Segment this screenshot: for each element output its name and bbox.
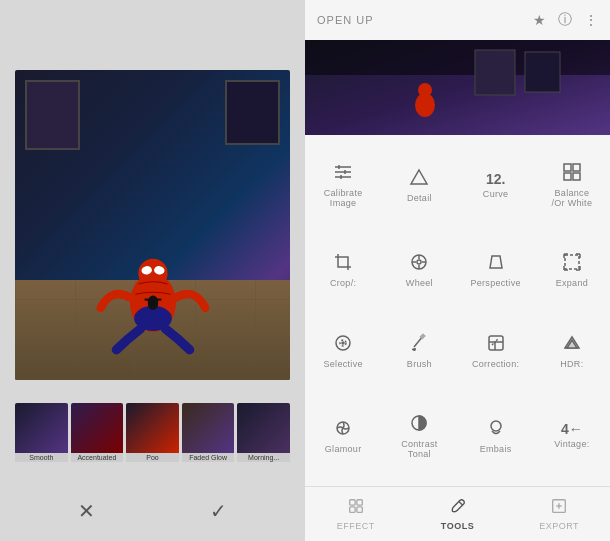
expand-label: Expand (556, 278, 588, 288)
left-panel: Smooth Accentuated Poo Faded Glow Mornin… (0, 0, 305, 541)
filmstrip: Smooth Accentuated Poo Faded Glow Mornin… (15, 403, 290, 468)
svg-rect-45 (489, 336, 503, 350)
filmstrip-item-accentuated[interactable]: Accentuated (71, 403, 124, 468)
svg-rect-8 (305, 40, 610, 75)
correction-icon (486, 333, 506, 356)
curve-icon: 12. (486, 172, 505, 186)
svg-point-5 (147, 295, 157, 310)
wifi-icon[interactable]: ★ (533, 12, 546, 28)
embais-icon (486, 418, 506, 441)
filmstrip-label-accentuated: Accentuated (71, 453, 124, 462)
info-icon[interactable]: ⓘ (558, 11, 572, 29)
filmstrip-label-morning: Morning... (237, 453, 290, 462)
crop-label: Crop/: (330, 278, 356, 288)
hdr-label: HDR: (560, 359, 583, 369)
balance-icon (562, 162, 582, 185)
tools-nav-label: TOOLS (441, 521, 474, 531)
svg-rect-10 (525, 52, 560, 92)
vintage-icon: 4← (561, 422, 583, 436)
correction-label: Correction: (472, 359, 519, 369)
brush-label: Brush (407, 359, 432, 369)
svg-rect-20 (564, 164, 571, 171)
filmstrip-label-faded: Faded Glow (182, 453, 235, 462)
filmstrip-item-poo[interactable]: Poo (126, 403, 179, 468)
hdr-icon (562, 333, 582, 356)
tool-contrast[interactable]: ContrastTonal (381, 391, 457, 481)
crop-icon (333, 252, 353, 275)
embais-label: Embais (480, 444, 512, 454)
svg-rect-54 (350, 500, 355, 505)
header-title: OPEN UP (317, 14, 374, 26)
calibrate-icon (333, 162, 353, 185)
menu-icon[interactable]: ⋮ (584, 12, 598, 28)
selective-icon (333, 333, 353, 356)
perspective-icon (486, 252, 506, 275)
svg-rect-23 (573, 173, 580, 180)
nav-tools[interactable]: TOOLS (407, 487, 509, 541)
svg-point-53 (491, 421, 501, 431)
tool-wheel[interactable]: Wheel (381, 230, 457, 310)
tool-perspective[interactable]: Perspective (458, 230, 534, 310)
filmstrip-item-smooth[interactable]: Smooth (15, 403, 68, 468)
tool-expand[interactable]: Expand (534, 230, 610, 310)
filmstrip-label-poo: Poo (126, 453, 179, 462)
selective-label: Selective (324, 359, 363, 369)
tool-correction[interactable]: Correction: (458, 311, 534, 391)
filmstrip-item-morning[interactable]: Morning... (237, 403, 290, 468)
curve-label: Curve (483, 189, 509, 199)
tools-nav-icon (449, 497, 467, 519)
svg-point-12 (418, 83, 432, 97)
bottom-nav: EFFECT TOOLS EXPORT (305, 486, 610, 541)
glamour-icon (333, 418, 353, 441)
tool-detail[interactable]: Detail (381, 140, 457, 230)
bottom-bar: ✕ ✓ (0, 491, 305, 531)
nav-export[interactable]: EXPORT (508, 487, 610, 541)
filmstrip-label-smooth: Smooth (15, 453, 68, 462)
tool-curve[interactable]: 12. Curve (458, 140, 534, 230)
svg-rect-31 (565, 255, 579, 269)
balance-label: Balance/Or White (552, 188, 593, 208)
expand-icon (562, 252, 582, 275)
svg-point-1 (138, 259, 167, 288)
svg-rect-21 (573, 164, 580, 171)
wheel-icon (409, 252, 429, 275)
filmstrip-item-faded[interactable]: Faded Glow (182, 403, 235, 468)
right-header: OPEN UP ★ ⓘ ⋮ (305, 0, 610, 40)
svg-point-42 (342, 342, 344, 344)
wall-frame-left (25, 80, 80, 150)
export-nav-icon (550, 497, 568, 519)
tool-selective[interactable]: Selective (305, 311, 381, 391)
wall-frame-right (225, 80, 280, 145)
spiderman-figure (88, 240, 218, 355)
perspective-label: Perspective (470, 278, 520, 288)
tool-glamour[interactable]: Glamour (305, 391, 381, 481)
confirm-button[interactable]: ✓ (204, 496, 234, 526)
nav-effect[interactable]: EFFECT (305, 487, 407, 541)
main-image (15, 70, 290, 380)
svg-rect-56 (350, 507, 355, 512)
tools-grid: CalibrateImage Detail 12. Curve Balance/… (305, 135, 610, 486)
svg-rect-22 (564, 173, 571, 180)
tool-embais[interactable]: Embais (458, 391, 534, 481)
detail-icon (409, 167, 429, 190)
svg-marker-30 (490, 256, 502, 268)
effect-nav-label: EFFECT (337, 521, 375, 531)
header-icons: ★ ⓘ ⋮ (533, 11, 598, 29)
tool-calibrate[interactable]: CalibrateImage (305, 140, 381, 230)
svg-rect-55 (357, 500, 362, 505)
tool-vintage[interactable]: 4← Vintage: (534, 391, 610, 481)
cancel-button[interactable]: ✕ (71, 496, 101, 526)
calibrate-label: CalibrateImage (324, 188, 363, 208)
tool-crop[interactable]: Crop/: (305, 230, 381, 310)
tool-balance[interactable]: Balance/Or White (534, 140, 610, 230)
tool-hdr[interactable]: HDR: (534, 311, 610, 391)
svg-line-58 (458, 502, 462, 506)
wheel-label: Wheel (406, 278, 433, 288)
right-preview (305, 40, 610, 135)
export-nav-label: EXPORT (539, 521, 579, 531)
tool-brush[interactable]: Brush (381, 311, 457, 391)
contrast-icon (409, 413, 429, 436)
vintage-label: Vintage: (554, 439, 589, 449)
svg-marker-19 (411, 170, 427, 184)
svg-point-25 (417, 260, 421, 264)
